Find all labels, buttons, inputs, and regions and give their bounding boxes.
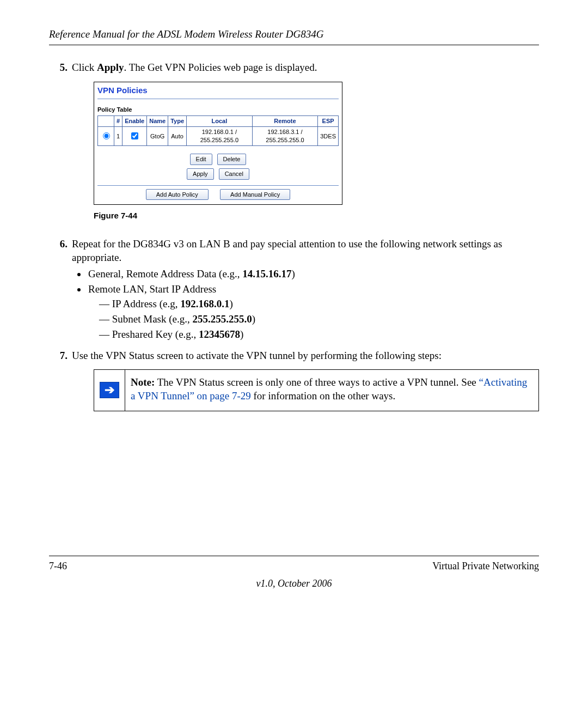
- step-number: 6.: [49, 237, 72, 343]
- footer-page-number: 7-46: [49, 559, 67, 573]
- note-text: Note: The VPN Status screen is only one …: [125, 370, 538, 411]
- row-select-radio[interactable]: [103, 132, 110, 139]
- page-footer: 7-46 Virtual Private Networking: [49, 556, 539, 573]
- row-remote: 192.168.3.1 / 255.255.255.0: [252, 127, 318, 146]
- col-local: Local: [187, 116, 253, 127]
- button-row-1: Edit Delete: [94, 154, 342, 165]
- col-select: [98, 116, 114, 127]
- step-text: . The Get VPN Policies web page is displ…: [124, 62, 317, 73]
- col-type: Type: [168, 116, 187, 127]
- row-enable-checkbox[interactable]: [131, 132, 138, 139]
- list-item: Preshared Key (e.g., 12345678): [99, 327, 539, 342]
- bold-value: 255.255.255.0: [193, 313, 252, 325]
- row-name: GtoG: [147, 127, 168, 146]
- step-number: 7.: [49, 349, 72, 411]
- vpn-title: VPN Policies: [94, 82, 342, 97]
- add-manual-policy-button[interactable]: Add Manual Policy: [220, 189, 290, 200]
- col-esp: ESP: [318, 116, 339, 127]
- text: ): [292, 268, 295, 279]
- text: ): [252, 313, 255, 325]
- row-esp: 3DES: [318, 127, 339, 146]
- step-text: Click: [72, 62, 97, 73]
- text: IP Address (e.g,: [112, 298, 180, 309]
- text: ): [240, 328, 243, 340]
- step-text: Use the VPN Status screen to activate th…: [72, 350, 442, 361]
- list-item: Subnet Mask (e.g., 255.255.255.0): [99, 312, 539, 326]
- col-enable: Enable: [122, 116, 147, 127]
- col-name: Name: [147, 116, 168, 127]
- note-body: The VPN Status screen is only one of thr…: [155, 376, 479, 388]
- note-label: Note:: [131, 376, 155, 388]
- row-num: 1: [114, 127, 122, 146]
- col-num: #: [114, 116, 122, 127]
- step-text: Repeat for the DG834G v3 on LAN B and pa…: [72, 238, 502, 264]
- note-icon-cell: ➔: [94, 370, 125, 411]
- arrow-right-icon: ➔: [100, 382, 119, 398]
- row-type: Auto: [168, 127, 187, 146]
- bold-value: 192.168.0.1: [180, 298, 229, 309]
- step-7: 7. Use the VPN Status screen to activate…: [49, 349, 539, 411]
- bold-value: 14.15.16.17: [242, 268, 291, 279]
- list-item: General, Remote Address Data (e.g., 14.1…: [87, 267, 539, 281]
- edit-button[interactable]: Edit: [190, 154, 212, 165]
- divider: [97, 185, 339, 186]
- step-6: 6. Repeat for the DG834G v3 on LAN B and…: [49, 237, 539, 343]
- add-auto-policy-button[interactable]: Add Auto Policy: [146, 189, 209, 200]
- text: Remote LAN, Start IP Address: [88, 283, 216, 295]
- footer-section: Virtual Private Networking: [432, 559, 539, 573]
- delete-button[interactable]: Delete: [217, 154, 247, 165]
- cancel-button[interactable]: Cancel: [219, 168, 249, 180]
- step-bold: Apply: [97, 62, 124, 73]
- note-body: for information on the other ways.: [251, 390, 395, 401]
- button-row-2: Apply Cancel: [94, 168, 342, 180]
- button-row-3: Add Auto Policy Add Manual Policy: [94, 189, 342, 200]
- vpn-policies-screenshot: VPN Policies Policy Table # Enable Name …: [94, 82, 342, 205]
- table-header-row: # Enable Name Type Local Remote ESP: [98, 116, 339, 127]
- note-box: ➔ Note: The VPN Status screen is only on…: [94, 369, 539, 411]
- text: ): [229, 298, 232, 309]
- list-item: Remote LAN, Start IP Address IP Address …: [87, 282, 539, 342]
- page-header: Reference Manual for the ADSL Modem Wire…: [49, 27, 539, 45]
- text: Subnet Mask (e.g.,: [112, 313, 193, 325]
- bullet-list: General, Remote Address Data (e.g., 14.1…: [85, 267, 539, 341]
- table-row: 1 GtoG Auto 192.168.0.1 / 255.255.255.0 …: [98, 127, 339, 146]
- figure-caption: Figure 7-44: [94, 210, 539, 221]
- bold-value: 12345678: [199, 328, 240, 340]
- text: General, Remote Address Data (e.g.,: [88, 268, 242, 279]
- apply-button[interactable]: Apply: [187, 168, 214, 180]
- steps-list: 5. Click Apply. The Get VPN Policies web…: [49, 60, 539, 411]
- policy-table-heading: Policy Table: [94, 100, 342, 116]
- step-number: 5.: [49, 60, 72, 232]
- step-5: 5. Click Apply. The Get VPN Policies web…: [49, 60, 539, 232]
- dash-list: IP Address (e.g, 192.168.0.1) Subnet Mas…: [99, 297, 539, 341]
- policy-table: # Enable Name Type Local Remote ESP 1: [97, 115, 339, 146]
- col-remote: Remote: [252, 116, 318, 127]
- footer-version: v1.0, October 2006: [49, 577, 539, 590]
- list-item: IP Address (e.g, 192.168.0.1): [99, 297, 539, 311]
- row-local: 192.168.0.1 / 255.255.255.0: [187, 127, 253, 146]
- text: Preshared Key (e.g.,: [112, 328, 199, 340]
- divider: [97, 99, 339, 99]
